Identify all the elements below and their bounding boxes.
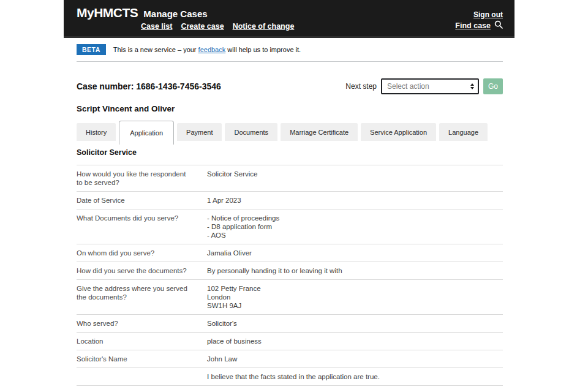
table-row: Who served?Solicitor's [77,315,503,333]
table-row: Solicitor's FirmJohn Law LLP [77,386,503,392]
case-title: Script Vincent and Oliver [77,104,503,113]
question-cell: How would you like the respondent to be … [77,170,207,187]
tab-documents[interactable]: Documents [225,123,277,141]
answer-cell: Solicitor Service [207,170,503,187]
case-number: Case number: 1686-1436-7456-3546 [77,81,221,91]
table-row: How would you like the respondent to be … [77,165,503,192]
question-cell: On whom did you serve? [77,249,207,257]
header-top-row: MyHMCTS Manage Cases Sign out [77,6,503,20]
answer-cell: 102 Petty France London SW1H 9AJ [207,284,503,310]
beta-text: This is a new service – your feedback wi… [113,46,301,53]
app-title: Manage Cases [143,9,207,19]
question-cell: Location [77,337,207,345]
question-cell: How did you serve the documents? [77,266,207,275]
tab-application[interactable]: Application [119,121,174,145]
sign-out-link[interactable]: Sign out [473,10,503,19]
beta-banner-inner: BETA This is a new service – your feedba… [77,44,503,62]
find-case-group: Find case [455,20,503,31]
tab-payment[interactable]: Payment [177,123,222,141]
question-cell: Who served? [77,319,207,328]
tab-bar: HistoryApplicationPaymentDocumentsMarria… [77,121,503,145]
beta-text-before: This is a new service – your [113,46,198,53]
answer-cell: Jamalia Oliver [207,249,503,257]
feedback-link[interactable]: feedback [198,46,226,53]
answer-cell: place of business [207,337,503,345]
case-details-table: How would you like the respondent to be … [77,165,503,392]
answer-cell: 1 Apr 2023 [207,196,503,205]
nav-notice-of-change[interactable]: Notice of change [233,22,295,31]
tab-language[interactable]: Language [439,123,488,141]
beta-text-after: will help us to improve it. [225,46,301,53]
nav-create-case[interactable]: Create case [181,22,224,31]
search-icon[interactable] [494,20,503,31]
page-container: MyHMCTS Manage Cases Sign out Case listC… [64,0,514,392]
table-row: Date of Service1 Apr 2023 [77,192,503,209]
table-row: Give the address where you served the do… [77,280,503,315]
tab-marriage-certificate[interactable]: Marriage Certificate [281,123,358,141]
app-logo[interactable]: MyHMCTS [77,6,138,20]
main-content: Case number: 1686-1436-7456-3546 Next st… [64,78,514,392]
table-row: I believe that the facts stated in the a… [77,368,503,386]
table-row: On whom did you serve?Jamalia Oliver [77,244,503,262]
answer-cell: Solicitor's [207,319,503,328]
table-row: Locationplace of business [77,333,503,350]
section-heading: Solicitor Service [77,148,503,157]
case-header-row: Case number: 1686-1436-7456-3546 Next st… [77,78,503,94]
beta-banner: BETA This is a new service – your feedba… [64,38,514,62]
table-row: Solicitor's NameJohn Law [77,350,503,368]
tab-history[interactable]: History [77,123,116,141]
question-cell: Solicitor's Name [77,355,207,363]
next-step-select[interactable]: Select action [381,78,479,94]
answer-cell: - Notice of proceedings - D8 application… [207,214,503,239]
nav-case-list[interactable]: Case list [141,22,172,31]
question-cell [77,372,207,381]
question-cell: What Documents did you serve? [77,214,207,239]
next-step-select-value: Select action [387,82,429,91]
go-button[interactable]: Go [483,78,503,94]
table-row: What Documents did you serve?- Notice of… [77,209,503,244]
header-nav-row: Case listCreate caseNotice of change Fin… [141,20,503,31]
select-arrows-icon [470,83,474,89]
primary-nav: Case listCreate caseNotice of change [141,20,303,31]
table-row: How did you serve the documents?By perso… [77,262,503,280]
next-step-label: Next step [345,82,377,91]
beta-badge: BETA [77,44,106,55]
next-step-group: Next step Select action Go [345,78,503,94]
app-header: MyHMCTS Manage Cases Sign out Case listC… [64,0,514,38]
question-cell: Give the address where you served the do… [77,284,207,310]
find-case-link[interactable]: Find case [455,21,491,30]
answer-cell: By personally handing it to or leaving i… [207,266,503,275]
answer-cell: I believe that the facts stated in the a… [207,372,503,381]
question-cell: Date of Service [77,196,207,205]
answer-cell: John Law [207,355,503,363]
tab-service-application[interactable]: Service Application [361,123,436,141]
